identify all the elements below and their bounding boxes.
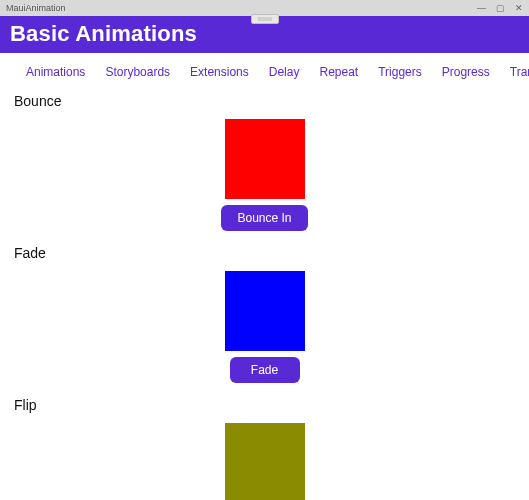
tab-storyboards[interactable]: Storyboards <box>105 65 170 79</box>
header-handle-icon <box>251 14 279 24</box>
tab-transitions[interactable]: Transitions <box>510 65 529 79</box>
tab-extensions[interactable]: Extensions <box>190 65 249 79</box>
fade-button[interactable]: Fade <box>230 357 300 383</box>
window-controls: — ▢ ✕ <box>477 3 523 13</box>
page-title: Basic Animations <box>10 21 519 47</box>
section-label-bounce: Bounce <box>14 93 517 109</box>
tab-strip: Animations Storyboards Extensions Delay … <box>0 53 529 89</box>
tab-delay[interactable]: Delay <box>269 65 300 79</box>
page-header: Basic Animations <box>0 16 529 53</box>
minimize-button[interactable]: — <box>477 3 486 13</box>
close-button[interactable]: ✕ <box>515 3 523 13</box>
flip-box <box>225 423 305 500</box>
section-fade: Fade Fade <box>12 245 517 383</box>
fade-box <box>225 271 305 351</box>
main-content: Bounce Bounce In Fade Fade Flip Flip <box>0 93 529 500</box>
demo-fade: Fade <box>12 271 517 383</box>
maximize-button[interactable]: ▢ <box>496 3 505 13</box>
tab-repeat[interactable]: Repeat <box>319 65 358 79</box>
bounce-in-button[interactable]: Bounce In <box>221 205 307 231</box>
demo-flip: Flip <box>12 423 517 500</box>
section-label-fade: Fade <box>14 245 517 261</box>
tab-animations[interactable]: Animations <box>26 65 85 79</box>
demo-bounce: Bounce In <box>12 119 517 231</box>
bounce-box <box>225 119 305 199</box>
section-bounce: Bounce Bounce In <box>12 93 517 231</box>
section-flip: Flip Flip <box>12 397 517 500</box>
tab-triggers[interactable]: Triggers <box>378 65 422 79</box>
tab-progress[interactable]: Progress <box>442 65 490 79</box>
window-title: MauiAnimation <box>6 3 66 13</box>
section-label-flip: Flip <box>14 397 517 413</box>
